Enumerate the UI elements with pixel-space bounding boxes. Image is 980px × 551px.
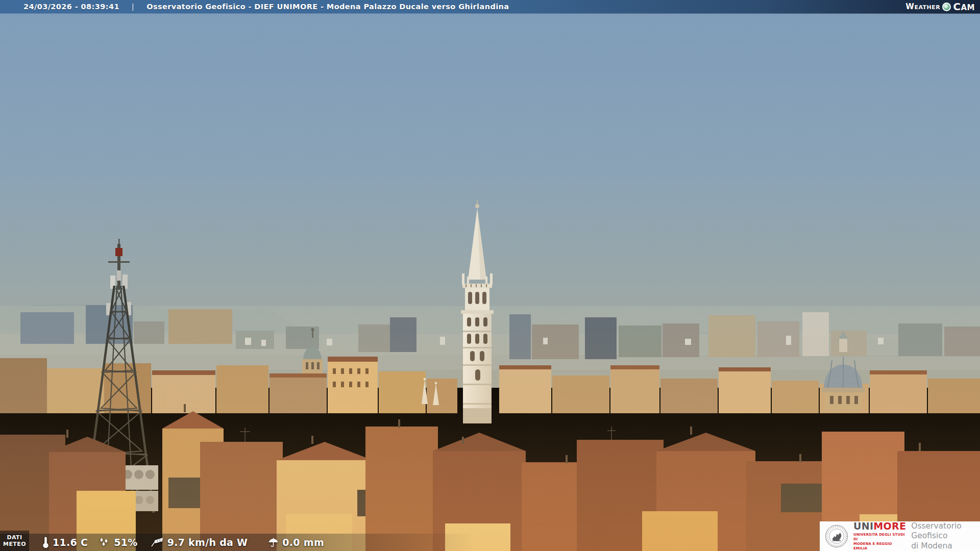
webcam-image [0,0,980,551]
rain-item: 0.0 mm [268,537,324,548]
temperature-value: 11.6 C [53,537,88,548]
humidity-value: 51% [114,537,137,548]
page-title: Osservatorio Geofisico - DIEF UNIMORE - … [146,3,509,11]
weather-databar: DATI METEO 11.6 C 51% [0,534,516,551]
thermometer-icon [42,536,49,548]
globe-icon [942,3,951,11]
observatory-name-line1: Osservatorio Geofisico [911,521,980,541]
wind-item: 9.7 km/h da W [150,537,248,548]
rain-icon [268,537,279,548]
humidity-item: 51% [98,537,137,548]
dati-label-line1: DATI [7,534,22,541]
topbar-separator: | [132,3,134,11]
dati-meteo-badge: DATI METEO [0,531,29,551]
dati-label-line2: METEO [3,541,26,547]
observatory-name: Osservatorio Geofisico di Modena [911,521,980,551]
unimore-uni-text: UNI [853,520,873,532]
unimore-subtitle-line2: MODENA E REGGIO EMILIA [853,542,906,551]
unimore-seal-icon [825,524,848,548]
rain-value: 0.0 mm [282,537,324,548]
wind-value: 9.7 km/h da W [167,537,248,548]
wind-icon [150,537,164,547]
observatory-name-line2: di Modena [911,541,980,551]
unimore-subtitle-line1: UNIVERSITÀ DEGLI STUDI DI [853,533,906,542]
temperature-item: 11.6 C [42,536,88,548]
cam-label: Cam [953,1,975,13]
weathercam-logo[interactable]: Weather Cam [905,1,975,13]
unimore-logo-box[interactable]: UNIMORE UNIVERSITÀ DEGLI STUDI DI MODENA… [820,521,980,551]
weathercam-page: 24/03/2026 - 08:39:41 | Osservatorio Geo… [0,0,980,551]
datetime-text: 24/03/2026 - 08:39:41 [23,3,119,11]
unimore-subtitle: UNIVERSITÀ DEGLI STUDI DI MODENA E REGGI… [853,533,906,550]
unimore-more-text: MORE [873,520,906,532]
weather-label: Weather [905,2,940,11]
unimore-wordmark: UNIMORE [853,521,906,531]
humidity-icon [98,537,110,547]
topbar: 24/03/2026 - 08:39:41 | Osservatorio Geo… [0,0,980,14]
